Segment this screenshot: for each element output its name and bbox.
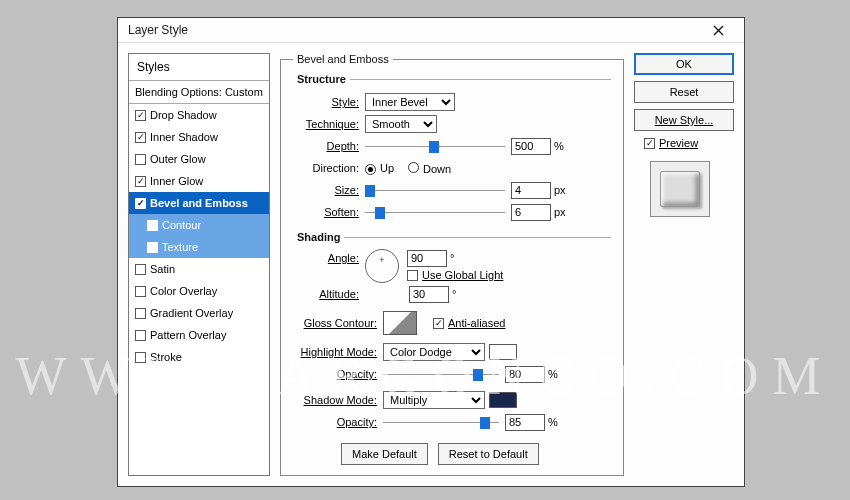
altitude-input[interactable] [409,286,449,303]
layer-style-dialog: Layer Style Styles Blending Options: Cus… [117,17,745,487]
highlight-color-swatch[interactable] [489,344,517,360]
direction-label: Direction: [293,162,365,174]
dialog-title: Layer Style [128,23,188,37]
ok-button[interactable]: OK [634,53,734,75]
dialog-body: Styles Blending Options: Custom Drop Sha… [118,43,744,486]
titlebar: Layer Style [118,18,744,43]
direction-down-radio[interactable]: Down [408,162,451,175]
shadow-color-swatch[interactable] [489,392,517,408]
size-label[interactable]: Size: [293,184,365,196]
style-item-label: Inner Shadow [150,131,218,143]
style-checkbox[interactable] [135,286,146,297]
bevel-emboss-group: Bevel and Emboss Structure Style: Inner … [280,53,624,476]
angle-label[interactable]: Angle: [293,249,365,264]
global-light-checkbox[interactable] [407,270,418,281]
style-item-label: Stroke [150,351,182,363]
style-item-stroke[interactable]: Stroke [129,346,269,368]
style-item-label: Bevel and Emboss [150,197,248,209]
style-item-satin[interactable]: Satin [129,258,269,280]
highlight-mode-select[interactable]: Color Dodge [383,343,485,361]
style-item-outer-glow[interactable]: Outer Glow [129,148,269,170]
blending-options[interactable]: Blending Options: Custom [129,81,269,103]
style-item-label: Satin [150,263,175,275]
reset-button[interactable]: Reset [634,81,734,103]
make-default-button[interactable]: Make Default [341,443,428,465]
group-legend: Bevel and Emboss [293,53,393,65]
style-item-drop-shadow[interactable]: Drop Shadow [129,104,269,126]
highlight-opacity-slider[interactable] [383,367,499,381]
main-column: Bevel and Emboss Structure Style: Inner … [280,53,624,476]
antialiased-checkbox[interactable] [433,318,444,329]
right-column: OK Reset New Style... Preview [634,53,734,476]
close-icon [713,25,724,36]
style-checkbox[interactable] [147,242,158,253]
styles-list: Styles Blending Options: Custom Drop Sha… [128,53,270,476]
style-label[interactable]: Style: [293,96,365,108]
shadow-opacity-slider[interactable] [383,415,499,429]
depth-label[interactable]: Depth: [293,140,365,152]
style-item-gradient-overlay[interactable]: Gradient Overlay [129,302,269,324]
style-select[interactable]: Inner Bevel [365,93,455,111]
preview-thumbnail [650,161,710,217]
style-checkbox[interactable] [135,132,146,143]
soften-slider[interactable] [365,205,505,219]
structure-group: Structure Style: Inner Bevel Technique: … [293,73,611,227]
style-checkbox[interactable] [135,264,146,275]
technique-label[interactable]: Technique: [293,118,365,130]
style-item-label: Color Overlay [150,285,217,297]
style-item-bevel-and-emboss[interactable]: Bevel and Emboss [129,192,269,214]
angle-dial[interactable] [365,249,399,283]
preview-checkbox[interactable] [644,138,655,149]
style-item-label: Contour [162,219,201,231]
style-item-pattern-overlay[interactable]: Pattern Overlay [129,324,269,346]
style-item-texture[interactable]: Texture [129,236,269,258]
style-item-inner-glow[interactable]: Inner Glow [129,170,269,192]
style-checkbox[interactable] [135,330,146,341]
gloss-contour-picker[interactable] [383,311,417,335]
style-item-label: Texture [162,241,198,253]
gloss-contour-label[interactable]: Gloss Contour: [293,317,383,329]
style-item-label: Drop Shadow [150,109,217,121]
depth-slider[interactable] [365,139,505,153]
new-style-button[interactable]: New Style... [634,109,734,131]
close-button[interactable] [700,19,736,41]
soften-label[interactable]: Soften: [293,206,365,218]
style-checkbox[interactable] [135,352,146,363]
reset-default-button[interactable]: Reset to Default [438,443,539,465]
style-checkbox[interactable] [147,220,158,231]
style-item-label: Inner Glow [150,175,203,187]
style-item-label: Pattern Overlay [150,329,226,341]
style-checkbox[interactable] [135,154,146,165]
shadow-mode-label[interactable]: Shadow Mode: [293,394,383,406]
altitude-label[interactable]: Altitude: [293,288,365,300]
styles-header[interactable]: Styles [129,54,269,80]
style-item-inner-shadow[interactable]: Inner Shadow [129,126,269,148]
soften-input[interactable] [511,204,551,221]
size-slider[interactable] [365,183,505,197]
shadow-mode-select[interactable]: Multiply [383,391,485,409]
highlight-opacity-input[interactable] [505,366,545,383]
shadow-opacity-label[interactable]: Opacity: [293,416,383,428]
highlight-opacity-label[interactable]: Opacity: [293,368,383,380]
preview-label: Preview [659,137,698,149]
technique-select[interactable]: Smooth [365,115,437,133]
angle-input[interactable] [407,250,447,267]
size-input[interactable] [511,182,551,199]
style-checkbox[interactable] [135,308,146,319]
style-item-label: Gradient Overlay [150,307,233,319]
style-checkbox[interactable] [135,198,146,209]
depth-input[interactable] [511,138,551,155]
style-checkbox[interactable] [135,176,146,187]
shading-group: Shading Angle: ° Use Global Light [293,231,611,437]
highlight-mode-label[interactable]: Highlight Mode: [293,346,383,358]
style-item-contour[interactable]: Contour [129,214,269,236]
style-item-label: Outer Glow [150,153,206,165]
style-checkbox[interactable] [135,110,146,121]
style-item-color-overlay[interactable]: Color Overlay [129,280,269,302]
shadow-opacity-input[interactable] [505,414,545,431]
direction-up-radio[interactable]: Up [365,162,394,175]
